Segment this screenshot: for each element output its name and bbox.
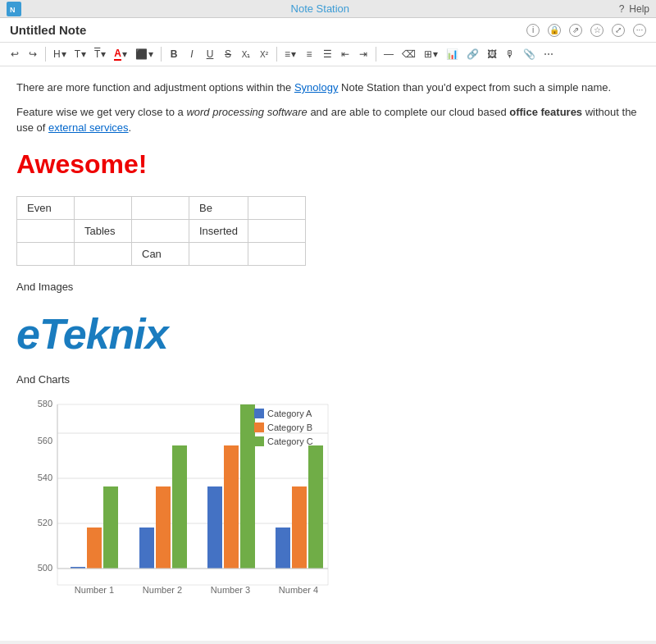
legend-color-a <box>254 409 264 418</box>
eteknix-logo: eTeknix <box>16 309 168 359</box>
bar-n4-c <box>308 445 323 569</box>
table-cell <box>17 219 75 242</box>
highlight-arrow: ▾ <box>148 48 153 60</box>
redo-button[interactable]: ↪ <box>25 47 41 62</box>
table-cell: Can <box>132 242 189 265</box>
paragraph-1-text-b: Note Station than you'd expect from such… <box>338 81 611 94</box>
text-dropdown[interactable]: T▾ <box>71 47 89 62</box>
svg-text:Number 1: Number 1 <box>75 585 114 595</box>
table-cell <box>75 196 132 219</box>
chart-container: 500 520 540 560 580 Number 1 Number 2 Nu… <box>16 396 640 620</box>
font-color-label: A <box>114 48 121 61</box>
image-button[interactable]: 🖼 <box>484 47 500 62</box>
paragraph-1-text-a: There are more function and adjustment o… <box>16 81 294 94</box>
bar-n3-c <box>240 404 255 569</box>
strikethrough-button[interactable]: S <box>220 47 236 62</box>
text-alt-dropdown[interactable]: T▾ <box>91 47 109 62</box>
bar-n2-c <box>172 445 187 569</box>
indent-button[interactable]: ⇥ <box>355 47 371 62</box>
undo-button[interactable]: ↩ <box>7 47 23 62</box>
superscript-button[interactable]: X² <box>256 48 272 61</box>
eraser-button[interactable]: ⌫ <box>399 47 419 62</box>
table-dropdown[interactable]: ⊞▾ <box>421 47 441 62</box>
and-charts-text: And Charts <box>16 372 640 388</box>
editor[interactable]: There are more function and adjustment o… <box>0 66 656 641</box>
table-cell: Tables <box>75 219 132 242</box>
svg-text:560: 560 <box>38 436 52 445</box>
link-button[interactable]: 🔗 <box>463 47 482 62</box>
paragraph-1: There are more function and adjustment o… <box>16 80 640 96</box>
share-icon[interactable]: ⇗ <box>569 24 582 37</box>
voice-button[interactable]: 🎙 <box>502 47 518 62</box>
paragraph-2-italic: word processing software <box>186 106 307 118</box>
app-logo: N <box>7 2 21 16</box>
note-header-icons: i 🔒 ⇗ ☆ ⤢ ··· <box>526 24 646 37</box>
table-cell <box>248 196 305 219</box>
paragraph-2-text-d: . <box>129 121 132 134</box>
bar-n4-a <box>276 528 290 569</box>
text-alt-arrow: ▾ <box>101 48 106 60</box>
underline-button[interactable]: U <box>202 47 218 62</box>
table-cell <box>248 219 305 242</box>
lock-icon[interactable]: 🔒 <box>548 24 561 37</box>
toolbar-sep-2 <box>161 47 162 62</box>
synology-link[interactable]: Synology <box>294 81 338 94</box>
note-title[interactable]: Untitled Note <box>10 23 86 37</box>
legend-label-a: Category A <box>267 409 312 418</box>
font-color-dropdown[interactable]: A ▾ <box>111 46 130 62</box>
paragraph-2-text-b: and are able to complete our cloud based <box>308 106 509 118</box>
table-cell: Inserted <box>189 219 248 242</box>
table-row: Even Be <box>17 196 306 219</box>
title-bar-left: N <box>7 2 21 16</box>
legend-label-b: Category B <box>267 422 312 432</box>
table-cell <box>132 196 189 219</box>
unordered-list-button[interactable]: ☰ <box>319 47 335 62</box>
outdent-button[interactable]: ⇤ <box>337 47 353 62</box>
awesome-text: Awesome! <box>16 149 640 180</box>
toolbar-sep-3 <box>276 47 277 62</box>
content-table: Even Be Tables Inserted Can <box>16 196 306 266</box>
chart-button[interactable]: 📊 <box>443 47 462 62</box>
svg-text:580: 580 <box>38 399 52 409</box>
star-icon[interactable]: ☆ <box>590 24 604 37</box>
separator-button[interactable]: — <box>380 47 397 62</box>
svg-text:Number 4: Number 4 <box>279 585 318 595</box>
ordered-list-button[interactable]: ≡ <box>301 47 317 62</box>
paragraph-2-bold: office features <box>509 106 582 118</box>
align-arrow: ▾ <box>291 48 296 60</box>
paragraph-2-text-a: Feature wise we get very close to a <box>16 106 186 118</box>
bar-n4-b <box>292 486 307 569</box>
text-label: T <box>75 48 80 60</box>
table-cell <box>75 242 132 265</box>
align-label: ≡ <box>285 48 290 60</box>
bar-chart: 500 520 540 560 580 Number 1 Number 2 Nu… <box>16 396 361 618</box>
paragraph-2: Feature wise we get very close to a word… <box>16 104 640 136</box>
attach-button[interactable]: 📎 <box>520 47 539 62</box>
eteknix-rest: Teknix <box>39 310 168 358</box>
italic-button[interactable]: I <box>184 47 200 62</box>
table-row: Can <box>17 242 306 265</box>
title-bar: N Note Station ? Help <box>0 0 656 18</box>
svg-text:520: 520 <box>38 518 52 528</box>
subscript-button[interactable]: X₁ <box>238 48 254 61</box>
table-cell <box>248 242 305 265</box>
more-toolbar-button[interactable]: ⋯ <box>540 47 557 62</box>
more-icon[interactable]: ··· <box>633 24 646 37</box>
title-bar-right: ? Help <box>619 3 649 15</box>
heading-dropdown[interactable]: H▾ <box>50 47 70 62</box>
text-arrow: ▾ <box>81 48 86 60</box>
highlight-label: ⬛ <box>135 48 148 60</box>
align-dropdown[interactable]: ≡▾ <box>281 47 299 62</box>
info-icon[interactable]: i <box>526 24 540 37</box>
font-color-arrow: ▾ <box>122 48 127 60</box>
table-arrow: ▾ <box>433 48 438 60</box>
expand-icon[interactable]: ⤢ <box>612 24 625 37</box>
highlight-dropdown[interactable]: ⬛▾ <box>132 47 157 62</box>
and-images-text: And Images <box>16 279 640 295</box>
note-header: Untitled Note i 🔒 ⇗ ☆ ⤢ ··· <box>0 18 656 43</box>
eteknix-logo-container: eTeknix <box>16 303 640 372</box>
table-cell <box>17 242 75 265</box>
bold-button[interactable]: B <box>166 47 182 62</box>
external-services-link[interactable]: external services <box>48 121 129 134</box>
bar-n3-a <box>207 486 222 569</box>
